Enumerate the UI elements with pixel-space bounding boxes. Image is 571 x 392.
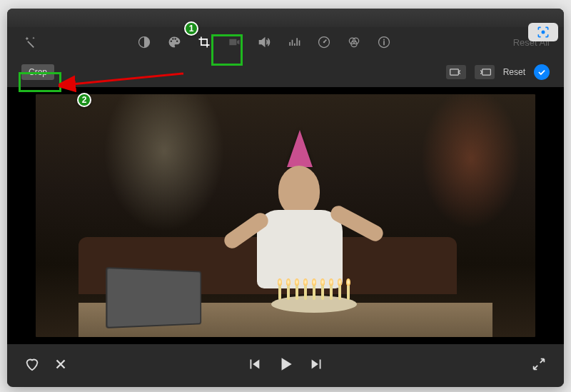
reject-button[interactable] — [53, 356, 69, 372]
annotation-badge-1: 1 — [184, 21, 198, 36]
screen-capture-button[interactable] — [528, 23, 558, 41]
scene-cake — [271, 284, 357, 313]
play-button[interactable] — [276, 355, 295, 373]
color-balance-icon[interactable] — [136, 34, 153, 51]
rotate-cw-icon — [477, 67, 492, 77]
magic-wand-icon[interactable] — [21, 34, 39, 51]
skip-forward-icon — [309, 356, 325, 372]
checkmark-icon — [537, 67, 547, 77]
svg-rect-9 — [482, 69, 490, 75]
fullscreen-button[interactable] — [531, 356, 547, 372]
svg-point-0 — [542, 31, 545, 34]
color-filter-icon[interactable] — [345, 34, 363, 51]
window-titlebar — [7, 9, 564, 27]
scene-laptop — [107, 269, 221, 330]
info-icon[interactable] — [375, 34, 393, 51]
main-toolbar: Reset All — [7, 27, 564, 57]
speed-icon[interactable] — [315, 34, 333, 51]
volume-icon[interactable] — [256, 34, 273, 51]
video-frame[interactable] — [36, 94, 535, 337]
screen-capture-icon — [536, 25, 550, 39]
apply-button[interactable] — [534, 64, 550, 80]
annotation-badge-2: 2 — [77, 93, 91, 107]
skip-back-button[interactable] — [246, 356, 262, 372]
rotate-ccw-button[interactable] — [446, 65, 466, 79]
x-icon — [53, 356, 69, 372]
play-icon — [276, 355, 295, 373]
svg-point-3 — [323, 41, 325, 44]
video-editor-window: Reset All Crop Reset — [7, 9, 564, 387]
reset-button[interactable]: Reset — [503, 67, 525, 77]
rotate-ccw-icon — [449, 67, 463, 77]
skip-back-icon — [246, 356, 262, 372]
svg-rect-8 — [450, 69, 458, 75]
video-preview-area — [7, 87, 564, 344]
scene-person — [236, 159, 364, 301]
crop-icon[interactable] — [196, 34, 213, 51]
camera-icon[interactable] — [226, 34, 243, 51]
equalizer-icon[interactable] — [286, 34, 303, 51]
crop-subtoolbar: Crop Reset — [7, 57, 564, 87]
color-palette-icon[interactable] — [166, 34, 183, 51]
playback-controls — [7, 344, 564, 384]
crop-button[interactable]: Crop — [21, 64, 54, 80]
skip-forward-button[interactable] — [309, 356, 325, 372]
favorite-button[interactable] — [24, 356, 40, 372]
rotate-cw-button[interactable] — [475, 65, 495, 79]
heart-icon — [24, 356, 40, 372]
fullscreen-icon — [531, 356, 547, 372]
